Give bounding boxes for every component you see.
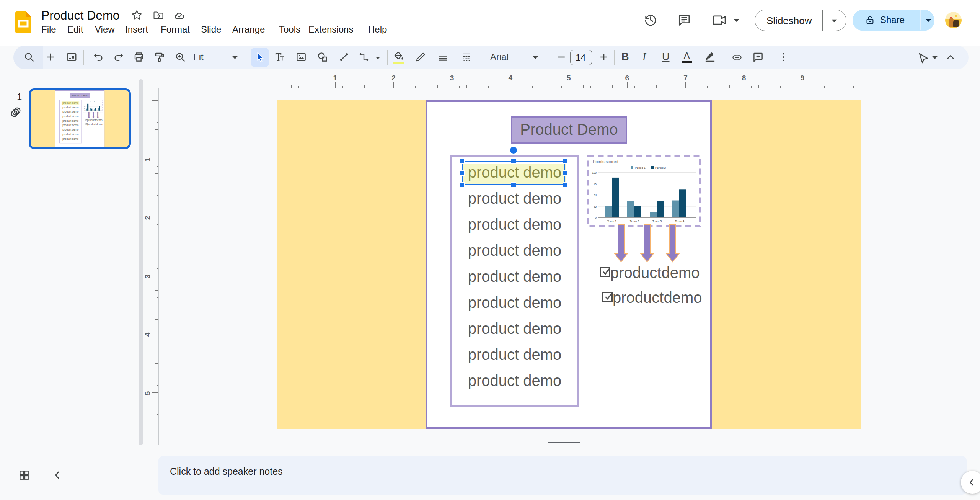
- svg-text:25: 25: [594, 205, 597, 208]
- svg-text:Team 2: Team 2: [90, 111, 92, 111]
- svg-text:Points scored: Points scored: [593, 159, 618, 164]
- svg-text:Team 3: Team 3: [94, 111, 96, 111]
- svg-text:Period 2: Period 2: [95, 101, 97, 102]
- svg-text:75: 75: [594, 183, 597, 185]
- svg-text:Period 2: Period 2: [655, 166, 666, 170]
- svg-text:Team 4: Team 4: [98, 111, 100, 111]
- svg-text:Team 4: Team 4: [675, 219, 685, 223]
- svg-text:Period 1: Period 1: [635, 166, 646, 170]
- svg-text:Team 1: Team 1: [86, 111, 88, 111]
- svg-text:Team 1: Team 1: [607, 219, 617, 223]
- svg-text:100: 100: [592, 172, 597, 174]
- svg-text:Team 2: Team 2: [630, 219, 639, 223]
- svg-text:Team 3: Team 3: [652, 219, 662, 223]
- svg-text:50: 50: [594, 194, 597, 196]
- svg-text:Points scored: Points scored: [84, 100, 88, 101]
- svg-text:Period 1: Period 1: [91, 101, 93, 102]
- svg-text:0: 0: [595, 216, 597, 219]
- svg-text:100: 100: [84, 103, 85, 103]
